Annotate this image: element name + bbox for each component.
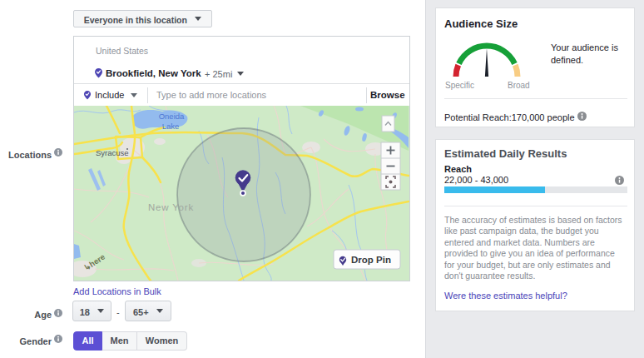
svg-text:Lake: Lake xyxy=(162,122,180,131)
svg-text:Drop Pin: Drop Pin xyxy=(351,255,391,265)
svg-text:Syracuse: Syracuse xyxy=(96,148,129,157)
svg-text:New York: New York xyxy=(148,202,194,212)
svg-text:Oneida: Oneida xyxy=(159,112,185,121)
